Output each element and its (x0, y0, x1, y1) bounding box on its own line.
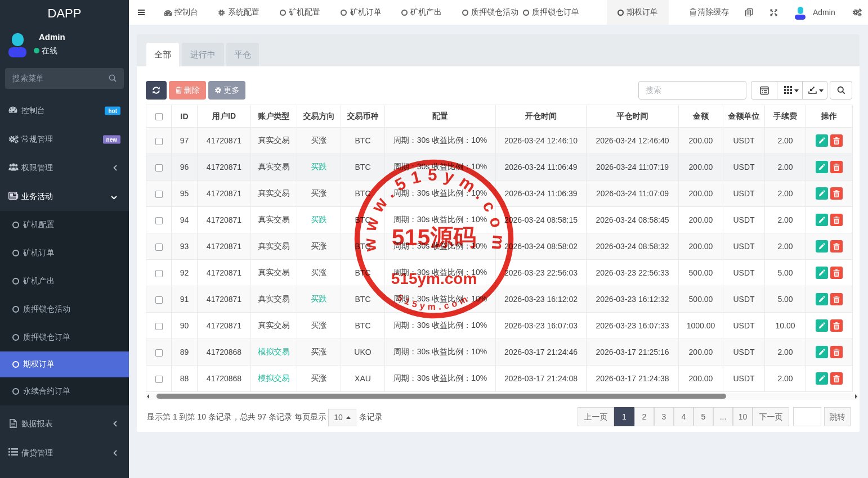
svg-text:515源码: 515源码 (392, 224, 476, 250)
svg-text:515ym.com: 515ym.com (391, 270, 477, 287)
